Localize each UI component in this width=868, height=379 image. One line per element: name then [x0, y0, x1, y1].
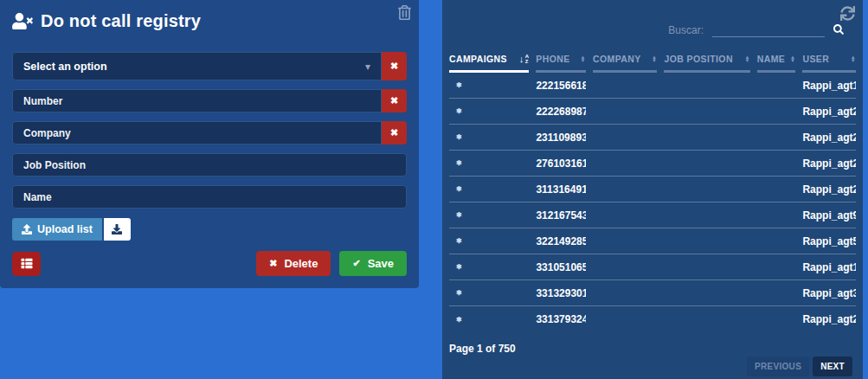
- job-position-field[interactable]: [12, 153, 407, 177]
- table-row[interactable]: ✱ 3221492856 Rappi_agt5: [449, 228, 856, 254]
- row-phone: 2222689870: [536, 106, 586, 118]
- job-position-field-row: [12, 153, 407, 177]
- search-icon-glyph: [833, 24, 844, 35]
- table-row[interactable]: ✱ 2221566182 Rappi_agt11: [449, 73, 856, 99]
- row-phone: 3113164919: [536, 183, 586, 196]
- table-row[interactable]: ✱ 3313293015 Rappi_agt33: [449, 280, 856, 306]
- row-campaign-marker: ✱: [449, 211, 529, 219]
- list-icon: [21, 258, 33, 269]
- row-campaign-marker: ✱: [449, 237, 529, 245]
- page-info: Page 1 of 750: [449, 343, 856, 355]
- sort-alpha-down-icon: ↓AZ: [519, 54, 530, 64]
- upload-list-button[interactable]: Upload list: [12, 218, 102, 241]
- column-label: COMPANY: [593, 54, 641, 64]
- download-template-button[interactable]: [104, 218, 131, 241]
- column-header-user[interactable]: USER ▲▼: [802, 54, 856, 73]
- sort-icon: ▲▼: [790, 55, 795, 62]
- campaign-select-row: Select an option ▾ ✖: [12, 52, 407, 80]
- row-campaign-marker: ✱: [449, 107, 529, 115]
- delete-button-label: Delete: [284, 257, 318, 270]
- trash-icon[interactable]: [398, 5, 411, 22]
- column-label: USER: [802, 54, 829, 64]
- row-user: Rappi_agt28: [802, 106, 856, 118]
- column-label: PHONE: [536, 54, 569, 64]
- row-user: Rappi_agt5: [802, 235, 856, 247]
- row-campaign-marker: ✱: [449, 81, 529, 89]
- row-user: Rappi_agt27: [802, 183, 856, 196]
- row-campaign-marker: ✱: [449, 159, 529, 167]
- refresh-icon[interactable]: [840, 6, 855, 23]
- row-user: Rappi_agt24: [802, 313, 856, 325]
- search-icon[interactable]: [833, 24, 844, 37]
- delete-button[interactable]: ✖ Delete: [256, 251, 331, 276]
- campaign-select-value: Select an option: [23, 61, 107, 73]
- sort-icon: ▲▼: [581, 55, 586, 62]
- row-phone: 3221492856: [536, 235, 586, 247]
- clear-select-button[interactable]: ✖: [382, 52, 407, 80]
- search-input[interactable]: [712, 23, 825, 37]
- save-button-label: Save: [368, 257, 394, 270]
- row-campaign-marker: ✱: [449, 289, 529, 297]
- table-row[interactable]: ✱ 3310510651 Rappi_agt10: [449, 254, 856, 280]
- table-row[interactable]: ✱ 3313793243 Rappi_agt24: [449, 306, 856, 332]
- panel-footer: ✖ Delete ✔ Save: [12, 251, 407, 276]
- sort-icon: ▲▼: [652, 55, 657, 62]
- next-page-button[interactable]: NEXT: [813, 357, 852, 376]
- company-field[interactable]: [12, 121, 382, 145]
- table-body: ✱ 2221566182 Rappi_agt11 ✱ 2222689870 Ra…: [449, 73, 856, 332]
- do-not-call-panel: Do not call registry Select an option ▾ …: [0, 0, 419, 288]
- list-view-button[interactable]: [12, 252, 41, 276]
- x-icon: ✖: [269, 258, 277, 269]
- download-icon: [112, 224, 122, 234]
- row-campaign-marker: ✱: [449, 263, 529, 271]
- row-phone: 2311098933: [536, 132, 586, 144]
- upload-list-label: Upload list: [37, 223, 93, 235]
- name-field[interactable]: [12, 185, 407, 209]
- campaign-select[interactable]: Select an option ▾: [12, 52, 382, 80]
- panel-header: Do not call registry: [12, 11, 407, 31]
- upload-row: Upload list: [12, 218, 407, 241]
- row-phone: 3310510651: [536, 261, 586, 273]
- table-row[interactable]: ✱ 2761031611 Rappi_agt28: [449, 151, 856, 177]
- row-phone: 3121675437: [536, 209, 586, 222]
- row-phone: 3313293015: [536, 287, 586, 299]
- column-header-name[interactable]: NAME ▲▼: [757, 54, 796, 73]
- column-header-campaigns[interactable]: CAMPAIGNS ↓AZ: [449, 54, 529, 73]
- row-phone: 2221566182: [536, 80, 586, 92]
- number-field[interactable]: [12, 89, 382, 112]
- previous-page-button[interactable]: PREVIOUS: [747, 357, 809, 376]
- row-campaign-marker: ✱: [449, 185, 529, 193]
- clear-number-button[interactable]: ✖: [382, 89, 407, 112]
- sort-icon: ▲▼: [851, 55, 856, 62]
- column-label: JOB POSITION: [664, 54, 732, 64]
- refresh-icon-glyph: [840, 6, 855, 21]
- row-phone: 3313793243: [536, 313, 586, 325]
- chevron-down-icon: ▾: [365, 61, 370, 73]
- registry-table-panel: Buscar: CAMPAIGNS ↓AZ PHONE ▲▼ COMPANY ▲…: [442, 0, 863, 379]
- row-user: Rappi_agt33: [802, 287, 856, 299]
- table-row[interactable]: ✱ 3113164919 Rappi_agt27: [449, 177, 856, 202]
- row-user: Rappi_agt9: [802, 209, 856, 222]
- row-user: Rappi_agt10: [802, 261, 856, 273]
- table-row[interactable]: ✱ 3121675437 Rappi_agt9: [449, 202, 856, 228]
- check-icon: ✔: [352, 258, 360, 269]
- name-field-row: [12, 185, 407, 209]
- row-user: Rappi_agt11: [802, 80, 856, 92]
- trash-icon-glyph: [398, 5, 411, 20]
- row-user: Rappi_agt28: [802, 157, 856, 170]
- column-label: CAMPAIGNS: [449, 54, 507, 64]
- table-row[interactable]: ✱ 2311098933 Rappi_agt20: [449, 125, 856, 151]
- column-header-company[interactable]: COMPANY ▲▼: [593, 54, 657, 73]
- user-x-icon: [12, 13, 33, 29]
- row-user: Rappi_agt20: [802, 132, 856, 144]
- save-button[interactable]: ✔ Save: [339, 251, 407, 276]
- column-header-job-position[interactable]: JOB POSITION ▲▼: [664, 54, 749, 73]
- row-campaign-marker: ✱: [449, 316, 529, 324]
- clear-company-button[interactable]: ✖: [382, 121, 407, 145]
- table-header: CAMPAIGNS ↓AZ PHONE ▲▼ COMPANY ▲▼ JOB PO…: [449, 54, 856, 73]
- row-campaign-marker: ✱: [449, 133, 529, 141]
- column-header-phone[interactable]: PHONE ▲▼: [536, 54, 586, 73]
- upload-icon: [22, 224, 32, 234]
- table-row[interactable]: ✱ 2222689870 Rappi_agt28: [449, 99, 856, 125]
- company-field-row: ✖: [12, 121, 407, 145]
